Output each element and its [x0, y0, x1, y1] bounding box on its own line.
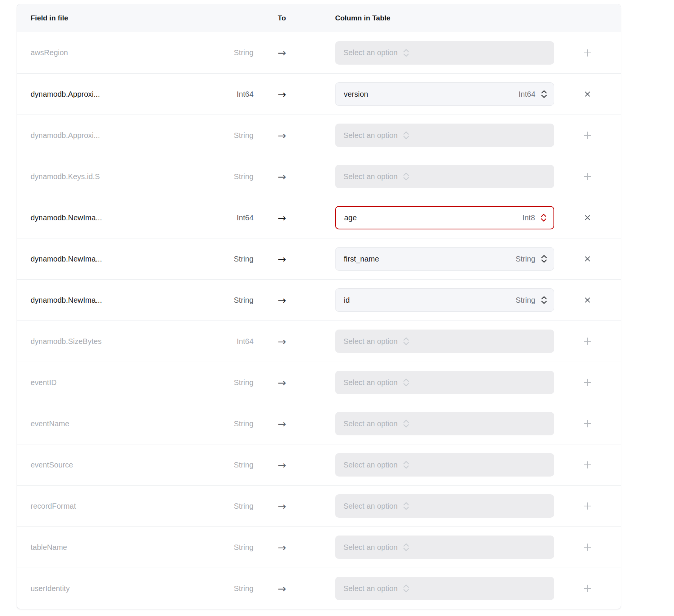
field-name: dynamodb.SizeBytes	[31, 337, 193, 346]
column-select[interactable]: first_name String	[335, 247, 554, 271]
field-mapping-table: Field in file To Column in Table awsRegi…	[17, 4, 621, 609]
arrow-right-icon: →	[254, 583, 335, 594]
chevron-updown-icon	[402, 501, 410, 511]
mapping-rows: awsRegion String → Select an option	[17, 32, 621, 609]
field-type: String	[193, 48, 254, 57]
column-select-type: String	[516, 296, 535, 305]
column-select[interactable]: Select an option	[335, 330, 554, 353]
add-mapping-button[interactable]	[580, 128, 595, 143]
column-select[interactable]: Select an option	[335, 124, 554, 147]
remove-mapping-button[interactable]	[581, 88, 594, 101]
mapping-row: tableName String → Select an option	[17, 526, 621, 568]
column-select[interactable]: version Int64	[335, 82, 554, 106]
plus-icon	[582, 130, 593, 141]
mapping-row: dynamodb.SizeBytes Int64 → Select an opt…	[17, 320, 621, 362]
plus-icon	[582, 501, 593, 511]
field-name: dynamodb.Approxi...	[31, 131, 193, 140]
field-name: dynamodb.NewIma...	[31, 296, 193, 305]
close-icon	[583, 296, 592, 304]
arrow-right-icon: →	[254, 89, 335, 99]
field-name: dynamodb.Keys.id.S	[31, 172, 193, 181]
chevron-updown-icon	[402, 583, 410, 593]
mapping-row: eventID String → Select an option	[17, 362, 621, 403]
remove-mapping-button[interactable]	[581, 211, 594, 224]
column-select[interactable]: Select an option	[335, 577, 554, 600]
mapping-row: eventSource String → Select an option	[17, 444, 621, 485]
field-type: String	[193, 172, 254, 181]
column-select[interactable]: Select an option	[335, 536, 554, 559]
field-type: String	[193, 584, 254, 593]
plus-icon	[582, 460, 593, 470]
add-mapping-button[interactable]	[580, 416, 595, 431]
column-select[interactable]: Select an option	[335, 412, 554, 435]
field-name: eventSource	[31, 461, 193, 469]
mapping-row: dynamodb.NewIma... String → id String	[17, 279, 621, 320]
column-select-value: Select an option	[343, 337, 397, 346]
field-type: Int64	[193, 90, 254, 99]
add-mapping-button[interactable]	[580, 169, 595, 184]
arrow-right-icon: →	[254, 172, 335, 182]
column-select[interactable]: Select an option	[335, 453, 554, 477]
remove-mapping-button[interactable]	[581, 252, 594, 265]
table-header-row: Field in file To Column in Table	[17, 4, 621, 32]
column-select[interactable]: id String	[335, 288, 554, 312]
add-mapping-button[interactable]	[580, 45, 595, 60]
field-name: recordFormat	[31, 502, 193, 511]
chevron-updown-icon	[402, 130, 410, 140]
field-type: String	[193, 255, 254, 263]
column-select-value: Select an option	[343, 584, 397, 593]
arrow-right-icon: →	[254, 542, 335, 553]
plus-icon	[582, 171, 593, 182]
mapping-row: dynamodb.Approxi... Int64 → version Int6…	[17, 73, 621, 115]
field-name: userIdentity	[31, 584, 193, 593]
column-select-value: Select an option	[343, 131, 397, 140]
chevron-updown-icon	[402, 460, 410, 470]
field-type: String	[193, 296, 254, 305]
plus-icon	[582, 542, 593, 553]
field-type: Int64	[193, 214, 254, 222]
add-mapping-button[interactable]	[580, 375, 595, 390]
chevron-updown-icon	[402, 378, 410, 387]
chevron-updown-icon	[402, 172, 410, 181]
header-column-in-table: Column in Table	[335, 14, 554, 22]
column-select-value: Select an option	[343, 419, 397, 428]
column-select[interactable]: age Int8	[335, 206, 554, 229]
field-type: String	[193, 502, 254, 511]
close-icon	[583, 214, 592, 222]
arrow-right-icon: →	[254, 378, 335, 388]
field-name: eventName	[31, 419, 193, 428]
add-mapping-button[interactable]	[580, 334, 595, 349]
add-mapping-button[interactable]	[580, 581, 595, 596]
field-type: String	[193, 461, 254, 469]
column-select-type: String	[516, 255, 535, 263]
arrow-right-icon: →	[254, 213, 335, 223]
close-icon	[583, 255, 592, 263]
column-select-value: Select an option	[343, 48, 397, 57]
column-select[interactable]: Select an option	[335, 371, 554, 394]
chevron-updown-icon	[402, 419, 410, 429]
column-select-value: Select an option	[343, 172, 397, 181]
header-to: To	[254, 14, 335, 22]
column-select[interactable]: Select an option	[335, 41, 554, 65]
field-name: dynamodb.Approxi...	[31, 90, 193, 99]
arrow-right-icon: →	[254, 295, 335, 305]
arrow-right-icon: →	[254, 254, 335, 264]
mapping-row: recordFormat String → Select an option	[17, 485, 621, 526]
mapping-row: dynamodb.NewIma... String → first_name S…	[17, 238, 621, 279]
field-name: eventID	[31, 378, 193, 387]
field-type: Int64	[193, 337, 254, 346]
plus-icon	[582, 377, 593, 388]
add-mapping-button[interactable]	[580, 540, 595, 555]
field-name: dynamodb.NewIma...	[31, 214, 193, 222]
add-mapping-button[interactable]	[580, 457, 595, 472]
remove-mapping-button[interactable]	[581, 294, 594, 306]
column-select[interactable]: Select an option	[335, 494, 554, 518]
arrow-right-icon: →	[254, 48, 335, 58]
arrow-right-icon: →	[254, 419, 335, 429]
chevron-updown-icon	[540, 89, 548, 99]
plus-icon	[582, 583, 593, 594]
column-select-value: version	[344, 90, 368, 99]
column-select[interactable]: Select an option	[335, 165, 554, 188]
chevron-updown-icon	[402, 542, 410, 552]
add-mapping-button[interactable]	[580, 498, 595, 514]
